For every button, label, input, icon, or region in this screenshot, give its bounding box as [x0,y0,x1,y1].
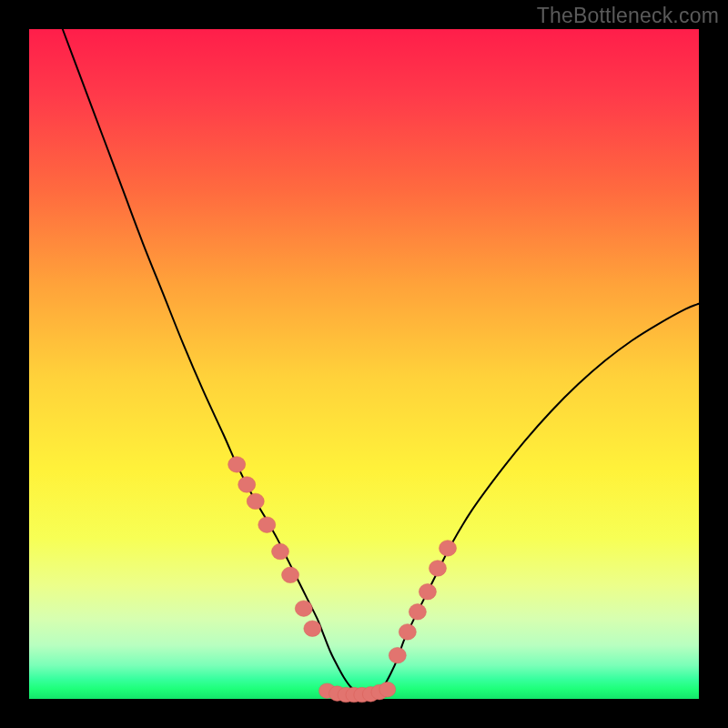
marker-dot [238,477,256,492]
chart-plot-area [29,29,699,699]
marker-dot [304,621,321,636]
bottleneck-curve [63,29,699,695]
bottleneck-curve-path [63,29,699,695]
marker-dot [409,604,426,620]
marker-dot [419,584,436,600]
marker-dot [295,601,312,616]
marker-dot [399,624,416,640]
marker-dot [440,541,457,556]
marker-dot [389,647,406,662]
chart-svg [29,29,699,699]
marker-dot [282,567,299,582]
marker-dot [247,493,264,509]
chart-frame: TheBottleneck.com [0,0,728,728]
marker-dot [228,457,246,472]
marker-dot [258,517,276,532]
marker-dot [379,682,396,697]
sample-markers [228,457,457,703]
watermark-text: TheBottleneck.com [537,4,719,28]
marker-dot [272,543,289,559]
marker-dot [429,561,446,576]
